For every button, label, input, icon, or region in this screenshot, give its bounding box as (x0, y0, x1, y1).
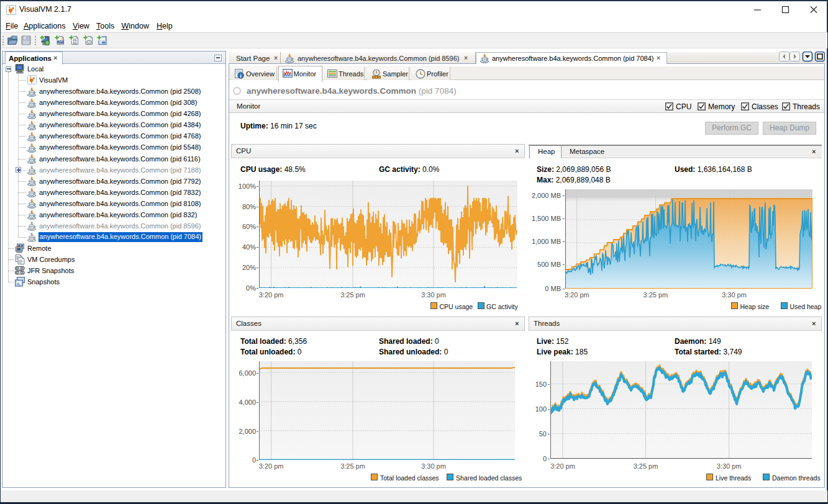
svg-text:JMX: JMX (58, 40, 63, 43)
svg-text:01: 01 (73, 42, 76, 45)
